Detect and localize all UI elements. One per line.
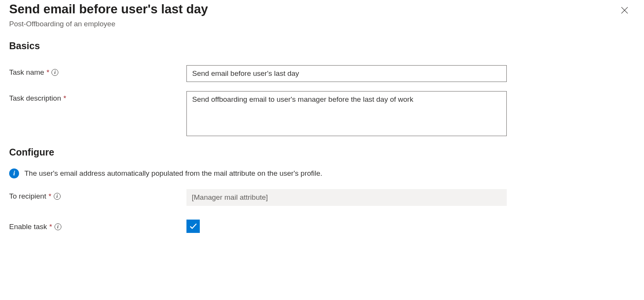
info-icon[interactable]: i: [54, 193, 61, 200]
info-icon[interactable]: i: [55, 223, 61, 230]
close-button[interactable]: [617, 3, 632, 19]
task-description-label: Task description *: [9, 91, 186, 103]
required-indicator: *: [63, 94, 66, 103]
page-title: Send email before user's last day: [9, 2, 208, 17]
enable-task-checkbox[interactable]: [186, 220, 200, 233]
enable-task-label: Enable task * i: [9, 220, 186, 231]
checkmark-icon: [189, 221, 198, 231]
task-name-input[interactable]: [186, 65, 507, 82]
task-name-label: Task name * i: [9, 65, 186, 77]
section-configure-heading: Configure: [9, 147, 635, 158]
required-indicator: *: [48, 192, 51, 201]
page-subtitle: Post-Offboarding of an employee: [9, 20, 208, 28]
to-recipient-field: [Manager mail attribute]: [186, 189, 507, 206]
required-indicator: *: [47, 68, 49, 77]
info-message-bar: i The user's email address automatically…: [9, 168, 635, 178]
info-icon[interactable]: i: [51, 69, 58, 76]
info-icon: i: [9, 168, 19, 178]
close-icon: [620, 6, 629, 14]
section-basics-heading: Basics: [9, 40, 635, 51]
required-indicator: *: [49, 223, 52, 231]
to-recipient-label: To recipient * i: [9, 189, 186, 201]
task-description-input[interactable]: [186, 91, 507, 136]
info-message-text: The user's email address automatically p…: [24, 169, 322, 178]
